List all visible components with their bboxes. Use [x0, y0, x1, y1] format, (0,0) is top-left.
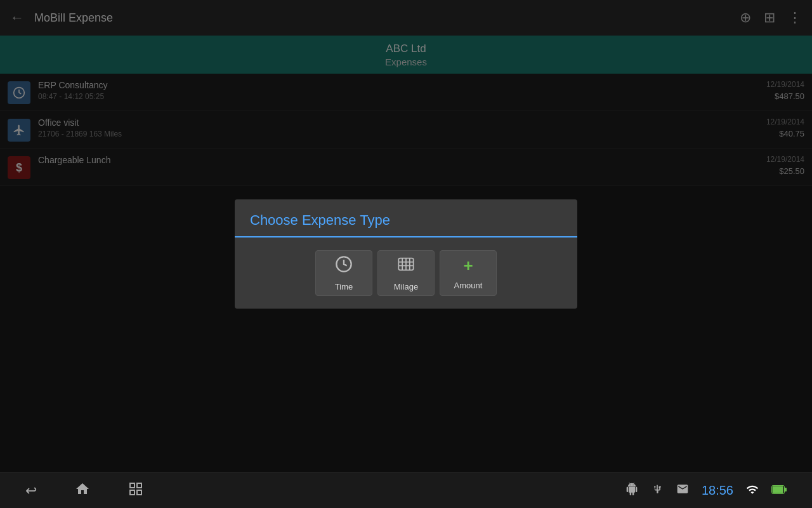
android-status-icon: [625, 483, 638, 498]
home-nav-icon[interactable]: [75, 481, 90, 500]
time-button-label: Time: [335, 282, 353, 291]
milage-icon: [397, 255, 415, 277]
recent-nav-icon[interactable]: [128, 481, 143, 500]
wifi-status-icon: [746, 483, 759, 498]
nav-bar-right: 18:56: [625, 483, 787, 498]
time-expense-button[interactable]: Time: [315, 250, 372, 296]
clock-icon: [335, 255, 353, 277]
battery-status-icon: [771, 484, 787, 497]
svg-rect-14: [130, 490, 134, 495]
dialog-body: Time Milage +: [235, 237, 577, 309]
nav-bar-left: ↩: [25, 481, 143, 500]
svg-rect-12: [130, 483, 134, 488]
back-nav-icon[interactable]: ↩: [25, 483, 37, 499]
expense-type-dialog: Choose Expense Type Time: [235, 199, 577, 309]
dialog-overlay[interactable]: Choose Expense Type Time: [0, 0, 812, 508]
amount-expense-button[interactable]: + Amount: [440, 250, 497, 296]
dialog-header: Choose Expense Type: [235, 199, 577, 237]
usb-status-icon: [651, 483, 664, 498]
email-status-icon: [676, 483, 689, 498]
milage-button-label: Milage: [394, 282, 418, 291]
svg-rect-13: [137, 483, 141, 488]
dialog-title: Choose Expense Type: [250, 212, 390, 228]
svg-rect-15: [137, 490, 141, 495]
milage-expense-button[interactable]: Milage: [377, 250, 435, 296]
svg-rect-17: [773, 486, 783, 493]
svg-rect-18: [785, 488, 787, 491]
nav-bar: ↩: [0, 472, 812, 508]
plus-icon: +: [463, 256, 473, 276]
amount-button-label: Amount: [454, 281, 483, 290]
time-display: 18:56: [702, 483, 733, 498]
